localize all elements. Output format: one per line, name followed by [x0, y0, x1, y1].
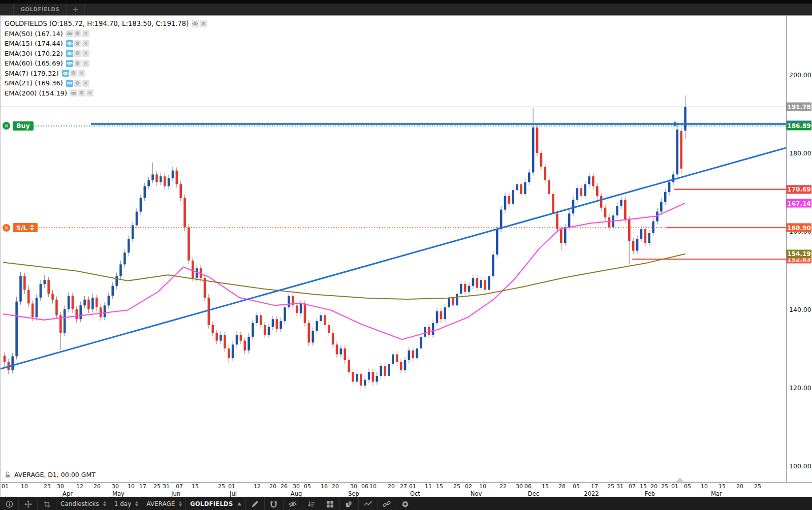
remove-indicator-icon[interactable]: × — [82, 80, 89, 87]
symbol-selector[interactable]: GOLDFIELDS — [186, 497, 245, 510]
legend-indicator-row: EMA(200) (154.19)⚙× — [5, 88, 207, 99]
date-tick-label: 25 — [453, 483, 460, 490]
visibility-eye-icon[interactable] — [66, 60, 73, 67]
candle-bodies — [4, 107, 686, 386]
date-tick-label: 20 — [388, 483, 395, 490]
date-tick-label: 30 — [516, 483, 523, 490]
tab-goldfields[interactable]: GOLDFIELDS — [13, 4, 67, 15]
grid-icon[interactable] — [321, 497, 340, 510]
line-zigzag-icon[interactable] — [359, 497, 378, 510]
indicator-label: SMA(21) (169.36) — [5, 79, 63, 87]
settings-gear-icon[interactable]: ⚙ — [74, 80, 81, 87]
date-tick-label: 07 — [629, 483, 636, 490]
remove-indicator-icon[interactable]: × — [82, 50, 89, 57]
date-tick-label: 15 — [192, 483, 199, 490]
remove-indicator-icon[interactable]: × — [78, 70, 85, 77]
price-badge-154.19: 154.19 — [787, 249, 811, 258]
date-tick-label: 30 — [57, 483, 64, 490]
toolbar-label: AVERAGE — [142, 500, 179, 507]
month-label-Oct: Oct — [410, 490, 420, 497]
date-tick-label: 20 — [736, 483, 743, 490]
crop-icon[interactable] — [38, 497, 56, 510]
date-tick-label: 26 — [280, 483, 288, 490]
crosshair-icon[interactable] — [19, 497, 38, 510]
date-tick-label: 05 — [573, 483, 580, 490]
ma-line-EMA(200)[interactable] — [3, 254, 685, 299]
stop-loss-marker: × S/L — [2, 223, 38, 232]
date-tick-label: 20 — [269, 483, 276, 490]
buy-badge[interactable]: Buy — [13, 121, 34, 131]
date-tick-label: 10 — [21, 483, 28, 490]
pencil-icon[interactable] — [246, 497, 265, 510]
remove-indicator-icon[interactable]: × — [82, 40, 89, 47]
settings-gear-icon[interactable]: ⚙ — [74, 30, 81, 37]
selector-average[interactable]: AVERAGE — [142, 497, 186, 510]
settings-gear-icon[interactable]: ⚙ — [200, 20, 207, 27]
visibility-eye-icon[interactable] — [62, 70, 69, 77]
settings-gear-icon[interactable]: ⚙ — [74, 50, 81, 57]
visibility-eye-icon[interactable] — [66, 50, 73, 57]
selector-candlesticks[interactable]: Candlesticks — [56, 497, 110, 510]
link-icon[interactable] — [378, 497, 396, 510]
remove-indicator-icon[interactable]: × — [82, 60, 89, 67]
date-tick-label: 02 — [465, 483, 472, 490]
date-tick-label: 30 — [293, 483, 300, 490]
date-tick-label: 10 — [369, 483, 377, 490]
date-tick-label: 11 — [425, 483, 432, 490]
visibility-eye-icon[interactable] — [66, 30, 73, 37]
date-tick-label: 25 — [153, 483, 161, 490]
info-icon[interactable] — [0, 497, 19, 510]
indicator-label: EMA(200) (154.19) — [5, 89, 67, 97]
month-label-Apr: Apr — [63, 490, 73, 497]
trading-app-window: GOLDFIELDS + GOLDFIELDS (O:185.72, H:194… — [0, 0, 812, 510]
price-tick-label: 140.00 — [789, 306, 811, 313]
date-tick-label: 05 — [684, 483, 691, 490]
settings-gear-icon[interactable]: ⚙ — [74, 60, 81, 67]
settings-gear-icon[interactable]: ⚙ — [78, 89, 85, 97]
gear-icon[interactable] — [396, 497, 415, 510]
month-label-Mar: Mar — [711, 490, 722, 497]
legend-indicator-row: EMA(50) (167.14)⚙× — [5, 29, 207, 39]
legend-title-row: GOLDFIELDS (O:185.72, H:194.70, L:183.50… — [5, 19, 207, 29]
date-tick-label: 01 — [409, 483, 416, 490]
date-tick-label: 25 — [661, 483, 668, 490]
month-label-Jun: Jun — [171, 490, 180, 497]
visibility-eye-icon[interactable] — [70, 89, 77, 97]
settings-gear-icon[interactable]: ⚙ — [70, 70, 77, 77]
price-tick-label: 180.00 — [789, 149, 811, 157]
panels-icon[interactable] — [340, 497, 359, 510]
eye-off-icon[interactable] — [284, 497, 302, 510]
new-tab-button[interactable]: + — [67, 4, 85, 15]
remove-stop-loss-icon[interactable]: × — [2, 224, 11, 232]
candle-wicks — [5, 95, 685, 392]
stop-loss-badge[interactable]: S/L — [13, 223, 38, 232]
sort-desc-icon[interactable] — [302, 497, 321, 510]
visibility-eye-icon[interactable] — [66, 80, 73, 87]
magnet-icon[interactable] — [265, 497, 284, 510]
indicator-label: EMA(30) (170.22) — [5, 50, 63, 57]
date-tick-label: 01 — [228, 483, 235, 490]
toolbar-label: 1 day — [110, 500, 136, 507]
remove-indicator-icon[interactable]: × — [86, 89, 93, 97]
date-tick-label: 20 — [332, 483, 339, 490]
dropdown-arrows-icon — [103, 501, 106, 506]
legend-indicator-row: EMA(15) (174.44)⚙× — [5, 39, 207, 49]
stop-loss-stepper[interactable] — [30, 225, 34, 231]
date-tick-label: 05 — [304, 483, 311, 490]
month-label-Dec: Dec — [528, 490, 539, 497]
settings-gear-icon[interactable]: ⚙ — [74, 40, 81, 47]
selector-1-day[interactable]: 1 day — [110, 497, 143, 510]
date-tick-label: 12 — [254, 483, 261, 490]
visibility-eye-icon[interactable] — [192, 20, 199, 27]
order-arrow-icon — [674, 121, 678, 126]
current-candle-marker — [676, 477, 684, 482]
close-position-icon[interactable]: × — [2, 121, 11, 130]
price-tick-label: 120.00 — [789, 384, 811, 392]
unlock-icon[interactable] — [5, 471, 11, 479]
visibility-eye-icon[interactable] — [66, 40, 73, 47]
remove-indicator-icon[interactable]: × — [82, 30, 89, 37]
date-tick-label: 17 — [591, 483, 598, 490]
ma-line-EMA(50)[interactable] — [3, 203, 685, 339]
month-label-May: May — [112, 490, 124, 497]
legend-indicator-row: EMA(60) (165.69)⚙× — [5, 58, 207, 69]
